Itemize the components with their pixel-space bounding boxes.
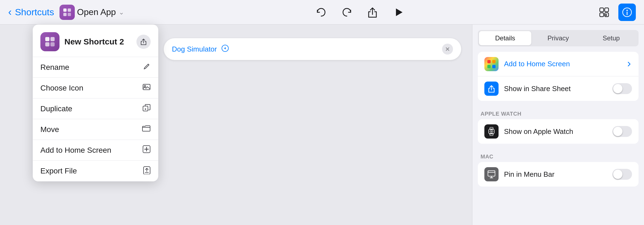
menu-item-rename-label: Rename	[40, 63, 69, 72]
svg-rect-6	[600, 13, 604, 17]
mac-section-header: MAC	[478, 149, 639, 162]
editor-area: New Shortcut 2 Rename	[0, 25, 472, 225]
apple-watch-toggle[interactable]	[612, 126, 632, 137]
svg-rect-2	[63, 13, 67, 16]
open-app-label: Open App	[77, 7, 116, 17]
top-bar: ‹ Shortcuts Open App ⌄	[0, 0, 644, 25]
right-panel: Details Privacy Setup	[472, 25, 644, 225]
play-button[interactable]	[392, 6, 404, 18]
add-home-row[interactable]: Add to Home Screen	[478, 52, 639, 76]
share-button[interactable]	[366, 6, 378, 18]
share-sheet-row: Show in Share Sheet	[478, 76, 639, 101]
menu-item-move[interactable]: Move	[33, 119, 158, 140]
add-home-chevron-icon	[626, 61, 632, 67]
menu-item-choose-icon-label: Choose Icon	[40, 84, 83, 92]
pencil-icon	[143, 62, 151, 72]
svg-rect-23	[492, 65, 496, 68]
open-app-chevron-icon: ⌄	[119, 8, 124, 16]
svg-rect-10	[45, 37, 49, 41]
svg-rect-13	[50, 42, 55, 46]
settings-section-watch: Show on Apple Watch	[478, 119, 639, 144]
svg-point-28	[491, 131, 492, 132]
svg-rect-11	[50, 37, 55, 41]
folder-icon	[142, 125, 151, 134]
back-label: Shortcuts	[15, 7, 54, 17]
tab-privacy[interactable]: Privacy	[532, 31, 584, 45]
action-block[interactable]: Dog Simulator	[164, 38, 461, 60]
add-home-label: Add to Home Screen	[504, 60, 621, 68]
pin-menu-bar-icon	[484, 167, 499, 181]
apple-watch-section-header: APPLE WATCH	[478, 106, 639, 119]
duplicate-icon	[142, 104, 151, 113]
svg-rect-20	[487, 60, 491, 63]
tab-setup[interactable]: Setup	[585, 31, 637, 45]
svg-rect-0	[63, 8, 67, 12]
menu-item-export[interactable]: Export File	[33, 161, 158, 181]
menu-item-duplicate-label: Duplicate	[40, 104, 72, 113]
action-close-button[interactable]	[442, 44, 453, 55]
svg-rect-5	[605, 8, 609, 12]
menu-item-add-home[interactable]: Add to Home Screen	[33, 140, 158, 161]
top-bar-right	[595, 4, 636, 21]
apple-watch-row: Show on Apple Watch	[478, 119, 639, 144]
pin-menu-bar-row: Pin in Menu Bar	[478, 162, 639, 187]
add-home-row-icon	[484, 57, 499, 71]
action-block-chevron-icon	[221, 44, 229, 54]
menu-item-export-label: Export File	[40, 167, 77, 175]
svg-rect-14	[143, 84, 150, 90]
popup-share-button[interactable]	[136, 35, 151, 49]
info-button[interactable]	[618, 4, 636, 21]
popup-header: New Shortcut 2	[33, 25, 158, 57]
segmented-control: Details Privacy Setup	[478, 30, 639, 46]
menu-item-move-label: Move	[40, 125, 59, 134]
menu-item-rename[interactable]: Rename	[33, 57, 158, 78]
apple-watch-icon	[484, 124, 499, 139]
popup-menu: Rename Choose Icon	[33, 57, 158, 181]
main-content: New Shortcut 2 Rename	[0, 25, 644, 225]
menu-item-choose-icon[interactable]: Choose Icon	[33, 78, 158, 98]
image-icon	[142, 83, 151, 93]
app-icon-small	[59, 5, 75, 20]
open-app-button[interactable]: Open App ⌄	[77, 7, 124, 17]
undo-button[interactable]	[315, 6, 327, 18]
svg-point-9	[627, 10, 628, 11]
action-block-text: Dog Simulator	[172, 45, 217, 53]
svg-rect-3	[68, 13, 71, 16]
back-button[interactable]: ‹ Shortcuts	[8, 6, 54, 18]
settings-section-home: Add to Home Screen Show in Share Sh	[478, 52, 639, 101]
back-chevron-icon: ‹	[8, 6, 12, 18]
add-shortcut-button[interactable]	[595, 4, 613, 21]
svg-rect-29	[488, 171, 495, 176]
share-sheet-icon	[484, 82, 499, 96]
export-icon	[143, 166, 151, 176]
redo-button[interactable]	[341, 6, 353, 18]
menu-item-duplicate[interactable]: Duplicate	[33, 98, 158, 119]
svg-rect-4	[600, 8, 604, 12]
details-content: Add to Home Screen Show in Share Sh	[472, 46, 644, 225]
svg-rect-30	[488, 171, 495, 172]
menu-item-add-home-label: Add to Home Screen	[40, 146, 111, 155]
nav-controls	[124, 6, 595, 18]
svg-rect-1	[68, 8, 71, 12]
pin-menu-bar-label: Pin in Menu Bar	[504, 170, 607, 179]
settings-section-mac: Pin in Menu Bar	[478, 162, 639, 187]
add-home-icon	[142, 145, 151, 155]
tab-details[interactable]: Details	[479, 31, 531, 45]
svg-rect-22	[487, 65, 491, 68]
shortcut-popup: New Shortcut 2 Rename	[33, 25, 158, 181]
popup-app-icon	[40, 32, 59, 51]
svg-rect-12	[45, 42, 49, 46]
svg-rect-21	[492, 60, 496, 63]
apple-watch-label: Show on Apple Watch	[504, 127, 607, 136]
share-sheet-label: Show in Share Sheet	[504, 85, 607, 93]
pin-menu-bar-toggle[interactable]	[612, 169, 632, 180]
share-sheet-toggle[interactable]	[612, 83, 632, 94]
svg-point-15	[144, 85, 146, 87]
popup-title: New Shortcut 2	[64, 37, 132, 46]
